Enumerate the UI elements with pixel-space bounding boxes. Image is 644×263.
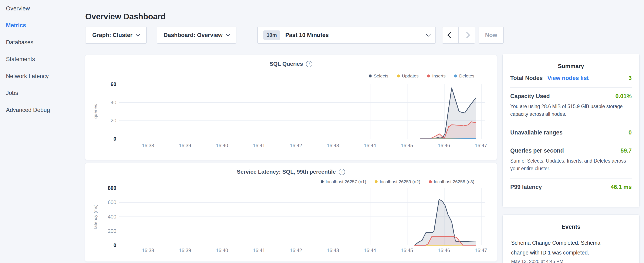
time-forward-button[interactable] <box>458 27 475 43</box>
now-button-label: Now <box>485 32 497 39</box>
summary-row-total-nodes: Total Nodes View nodes list 3 <box>510 70 632 88</box>
dashboard-dropdown[interactable]: Dashboard: Overview <box>157 27 236 44</box>
y-tick-label: 800 <box>108 185 116 191</box>
sidebar-item-databases[interactable]: Databases <box>6 38 34 47</box>
y-tick-label: 0 <box>114 242 116 249</box>
x-axis-ticks: 16:3816:3916:4016:4116:4216:4316:4416:45… <box>130 248 500 253</box>
legend-item[interactable]: Selects <box>369 73 388 79</box>
legend-label: localhost:26258 (n3) <box>434 179 474 184</box>
y-axis-title: latency (ms) <box>93 195 98 238</box>
app-root: Overview Metrics Databases Statements Ne… <box>0 0 644 263</box>
legend-dot-icon <box>454 75 457 78</box>
legend-dot-icon <box>427 75 430 78</box>
x-tick-label: 16:39 <box>166 248 204 253</box>
legend-label: Updates <box>402 73 419 79</box>
graph-scope-dropdown[interactable]: Graph: Cluster <box>85 27 147 44</box>
legend-item[interactable]: Updates <box>397 73 419 79</box>
chevron-down-icon <box>136 32 140 36</box>
legend-dot-icon <box>429 180 432 183</box>
summary-row-value: 59.7 <box>620 147 632 154</box>
x-tick-label: 16:45 <box>388 143 426 149</box>
chevron-left-icon <box>447 32 454 38</box>
x-tick-label: 16:47 <box>462 248 500 253</box>
time-range-selector[interactable]: 10m Past 10 Minutes <box>257 27 436 44</box>
sidebar-item-statements[interactable]: Statements <box>6 55 35 63</box>
legend-item[interactable]: Deletes <box>454 73 474 79</box>
graph-scope-label: Graph: Cluster <box>92 32 132 39</box>
summary-row-queries-per-second: Queries per second 59.7 Sum of Selects, … <box>510 142 632 178</box>
legend-dot-icon <box>320 180 324 183</box>
sidebar-item-advanced-debug[interactable]: Advanced Debug <box>6 106 50 114</box>
y-tick-label: 600 <box>108 199 116 206</box>
legend-label: localhost:26259 (n2) <box>380 179 420 184</box>
chart-plot[interactable] <box>119 186 485 248</box>
x-tick-label: 16:39 <box>166 143 204 149</box>
x-tick-label: 16:43 <box>314 143 352 149</box>
x-tick-label: 16:40 <box>204 143 240 149</box>
legend-item[interactable]: Inserts <box>427 73 446 79</box>
sidebar-item-overview[interactable]: Overview <box>6 4 30 13</box>
x-tick-label: 16:45 <box>388 248 426 253</box>
y-tick-label: 20 <box>110 117 116 124</box>
info-icon[interactable]: i <box>306 61 312 67</box>
legend-label: Inserts <box>432 73 446 79</box>
summary-row-label: Capacity Used <box>510 93 550 100</box>
x-tick-label: 16:38 <box>130 143 166 149</box>
summary-row-subtext: You are using 28.6 MiB of 515.9 GiB usab… <box>510 103 632 118</box>
x-tick-label: 16:41 <box>240 143 278 149</box>
summary-row-subtext: Sum of Selects, Updates, Inserts, and De… <box>510 157 632 172</box>
legend-item[interactable]: localhost:26259 (n2) <box>374 179 420 184</box>
dashboard-label: Dashboard: Overview <box>164 32 222 39</box>
time-step-buttons <box>442 27 475 44</box>
info-icon[interactable]: i <box>339 169 345 175</box>
y-axis-title: queries <box>93 90 98 133</box>
sidebar-item-metrics[interactable]: Metrics <box>6 21 26 30</box>
page-title: Overview Dashboard <box>85 12 166 21</box>
legend-label: Selects <box>374 73 388 79</box>
time-range-label: Past 10 Minutes <box>285 32 422 39</box>
y-tick-label: 60 <box>110 81 116 88</box>
y-axis-ticks: 0204060 <box>98 82 116 141</box>
sql-queries-chart-card: SQL Queries i SelectsUpdatesInsertsDelet… <box>85 55 497 160</box>
chart-plot[interactable] <box>119 82 485 141</box>
time-range-badge: 10m <box>263 31 280 40</box>
x-tick-label: 16:43 <box>314 248 352 253</box>
legend-item[interactable]: localhost:26257 (n1) <box>320 179 366 184</box>
summary-row-label: P99 latency <box>510 184 542 190</box>
time-back-button[interactable] <box>442 27 458 43</box>
legend-label: Deletes <box>459 73 474 79</box>
summary-title: Summary <box>510 63 632 70</box>
sidebar-item-network-latency[interactable]: Network Latency <box>6 72 49 80</box>
chevron-down-icon <box>226 32 230 36</box>
x-tick-label: 16:46 <box>426 248 462 253</box>
y-tick-label: 200 <box>108 228 116 234</box>
sidebar-item-jobs[interactable]: Jobs <box>6 89 18 97</box>
view-nodes-list-link[interactable]: View nodes list <box>548 75 589 82</box>
legend-dot-icon <box>369 75 372 78</box>
event-timestamp: May 13, 2020 at 4:45 PM <box>511 259 631 263</box>
summary-row-label: Queries per second <box>510 147 564 154</box>
legend-item[interactable]: localhost:26258 (n3) <box>429 179 474 184</box>
x-tick-label: 16:47 <box>462 143 500 149</box>
y-tick-label: 40 <box>110 99 116 106</box>
event-message[interactable]: Schema Change Completed: Schema change w… <box>511 238 608 257</box>
chart-title: Service Latency: SQL, 99th percentile <box>237 168 336 175</box>
summary-row-label: Total Nodes <box>510 75 543 82</box>
toolbar-divider <box>247 27 247 44</box>
x-tick-label: 16:38 <box>130 248 166 253</box>
x-tick-label: 16:46 <box>426 143 462 149</box>
x-tick-label: 16:42 <box>278 143 314 149</box>
chart-legend: localhost:26257 (n1)localhost:26259 (n2)… <box>312 179 474 184</box>
chart-legend: SelectsUpdatesInsertsDeletes <box>360 73 474 79</box>
chevron-down-icon <box>426 32 430 36</box>
y-tick-label: 0 <box>114 136 116 142</box>
service-latency-chart-card: Service Latency: SQL, 99th percentile i … <box>85 163 497 262</box>
x-axis-ticks: 16:3816:3916:4016:4116:4216:4316:4416:45… <box>130 143 500 149</box>
summary-row-unavailable-ranges: Unavailable ranges 0 <box>510 124 632 142</box>
summary-row-value: 0 <box>628 129 632 136</box>
summary-row-value: 0.01% <box>615 93 632 100</box>
y-tick-label: 400 <box>108 213 116 220</box>
now-button[interactable]: Now <box>478 27 504 44</box>
chart-title: SQL Queries <box>270 61 303 67</box>
events-panel: Events Schema Change Completed: Schema c… <box>502 214 640 263</box>
